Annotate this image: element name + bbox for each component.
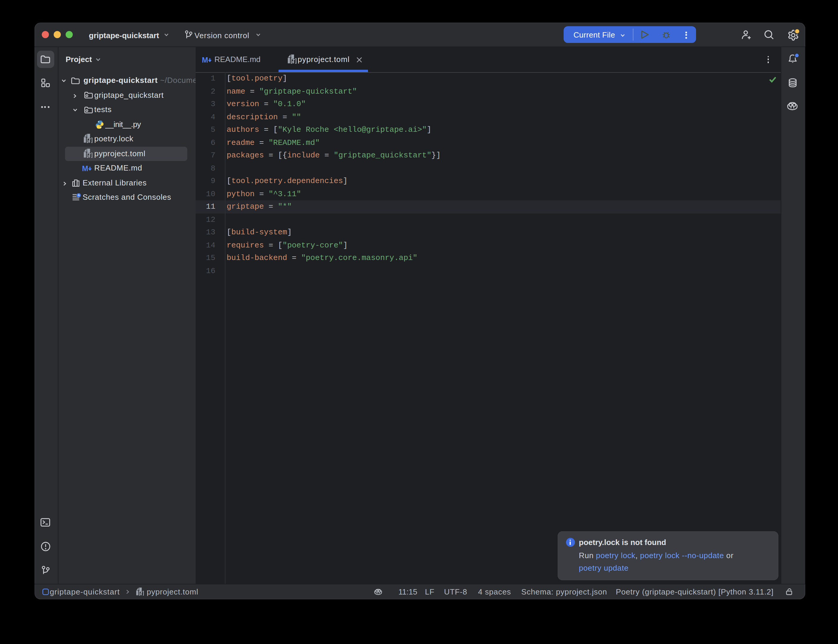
- svg-text:M: M: [202, 56, 208, 64]
- svg-text:M: M: [82, 164, 88, 173]
